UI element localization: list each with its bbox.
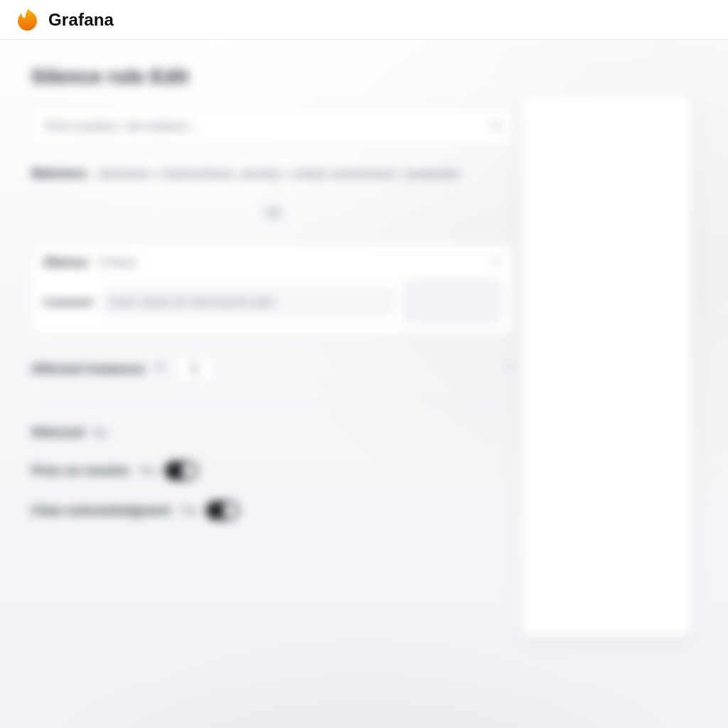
main-column: Find a product, rule instance… Matchers … [31,108,515,520]
help-icon[interactable] [154,361,166,377]
more-pill[interactable]: +2 [259,203,287,223]
instances-row: Affected instances 3 [31,356,515,382]
clear-ack-toggle[interactable] [206,501,239,520]
fires-on-resolve-row: Fires on resolve Yes [31,461,515,480]
silence-label: Silence [43,255,88,270]
preview-box [403,279,503,324]
divider [31,403,515,404]
chevron-right-icon[interactable] [502,361,515,377]
silence-panel: Silence 2 hours Comment Enter reason for… [31,244,515,335]
grafana-logo-icon [16,7,41,33]
instances-count[interactable]: 3 [175,356,213,382]
search-icon [490,119,503,134]
silence-panel-head: Silence 2 hours [43,255,503,270]
silenced-row: Silenced No [31,425,515,440]
matchers-summary: Alertname = InstanceDown, severity = cri… [97,168,460,181]
clear-ack-value: Yes [179,504,198,517]
aside-card [522,95,691,636]
app-header: Grafana [0,0,728,40]
search-placeholder: Find a product, rule instance… [45,120,200,133]
comment-input[interactable]: Enter reason for silencing this alert [101,287,395,316]
silence-value: 2 hours [98,256,136,269]
brand-name: Grafana [48,10,114,30]
page-title: Silence rule Edit [31,65,697,88]
matchers-row: Matchers Alertname = InstanceDown, sever… [31,166,515,181]
silenced-value: No [92,427,107,439]
comment-label: Comment [43,296,92,308]
svg-point-0 [492,121,500,129]
fires-on-resolve-label: Fires on resolve [31,464,129,478]
page: Silence rule Edit Find a product, rule i… [0,40,728,728]
fires-on-resolve-toggle[interactable] [165,461,198,480]
fires-on-resolve-value: Yes [138,464,156,477]
matchers-more: +2 [31,203,515,223]
clear-ack-row: Clear acknowledgment Yes [31,501,515,520]
search-input[interactable]: Find a product, rule instance… [31,108,515,145]
instances-label: Affected instances [31,362,145,377]
comment-placeholder: Enter reason for silencing this alert [110,296,274,308]
silenced-label: Silenced [31,425,84,440]
silence-panel-body: Comment Enter reason for silencing this … [43,279,503,324]
matchers-label: Matchers [31,166,87,181]
page-content-blurred: Silence rule Edit Find a product, rule i… [0,40,728,728]
clear-ack-label: Clear acknowledgment [31,503,171,518]
close-icon[interactable] [490,255,503,270]
brand[interactable]: Grafana [16,7,114,33]
